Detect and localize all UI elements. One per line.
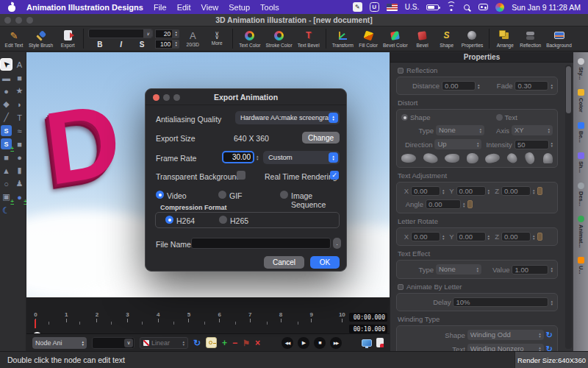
fill-color-button[interactable]: Fill Color [357, 30, 379, 48]
distort-type-select[interactable]: None▴ ▾ [436, 125, 484, 135]
z-field[interactable]: 0.00 [501, 232, 531, 241]
distort-preset-thumb[interactable] [422, 152, 438, 165]
background-button[interactable]: Background [545, 30, 573, 48]
stepper-icon[interactable]: ▴ ▾ [173, 40, 179, 49]
distort-text-radio[interactable] [496, 114, 503, 121]
frame-rate-preset-select[interactable]: Custom ▴ ▾ [263, 151, 340, 164]
value-field[interactable]: 1.00 [512, 265, 548, 275]
reflection-button[interactable]: Reflection [518, 30, 542, 48]
spline-tool[interactable]: S [1, 125, 12, 136]
canvas-3d-letter[interactable]: D [39, 79, 127, 210]
font-size-stepper[interactable]: 20 ▴ ▾ [155, 29, 179, 38]
keyframe-flag-button[interactable]: ⚑ [243, 339, 250, 347]
stepper-icon[interactable]: ▴ ▾ [442, 188, 445, 194]
spline-add-tool[interactable]: S+ [1, 138, 12, 149]
cancel-button[interactable]: Cancel [264, 256, 304, 269]
panel-scrollbar[interactable] [565, 65, 572, 349]
skip-forward-button[interactable]: ▶▶ [330, 337, 342, 349]
bevel-button[interactable]: Bevel [412, 30, 434, 48]
y-field[interactable]: 0.00 [456, 232, 486, 241]
tab-animation[interactable]: Animat... [578, 216, 584, 248]
cube-tool[interactable]: ■ [14, 138, 25, 149]
distort-preset-thumb[interactable] [467, 153, 478, 163]
node-type-select[interactable]: Node Ani ▴ ▾ [32, 337, 87, 349]
menu-view[interactable]: View [201, 3, 219, 12]
stepper-icon[interactable]: ▴ ▾ [533, 188, 535, 194]
curve-tool[interactable]: ≈ [14, 125, 25, 136]
sphere-tool[interactable]: ● [14, 152, 25, 163]
menu-tools[interactable]: Tools [260, 3, 279, 12]
distance-field[interactable]: 0.00 [442, 81, 476, 91]
stepper-icon[interactable]: ▴ ▾ [442, 234, 445, 240]
star-tool[interactable]: ★ [14, 85, 25, 96]
more-button[interactable]: ∨ ∨ More [206, 32, 228, 46]
interpolation-select[interactable]: Linear ▴ ▾ [140, 337, 188, 349]
font-family-select[interactable]: ∨ [88, 29, 153, 38]
image-sequence-radio[interactable] [280, 191, 288, 199]
dialog-close-button[interactable] [153, 94, 159, 101]
distort-preset-thumb[interactable] [401, 154, 416, 163]
text-t-tool[interactable]: T [14, 112, 25, 123]
intensity-field[interactable]: 50 [514, 140, 549, 149]
stepper-icon[interactable]: ▴ ▾ [533, 234, 535, 240]
app-badge-icon[interactable]: U [370, 2, 379, 12]
stepper-icon[interactable]: ▴ ▾ [488, 188, 490, 194]
distort-preset-thumb[interactable] [543, 153, 553, 163]
winding-shape-select[interactable]: Winding Odd▴ ▾ [467, 330, 544, 340]
font-scale-stepper[interactable]: 100 ▴ ▾ [155, 40, 179, 49]
quarter-shape-tool[interactable]: ◗ [14, 99, 25, 110]
notes-menubar-icon[interactable]: ✎ [353, 2, 362, 12]
style-brush-button[interactable]: Style Brush [27, 30, 54, 48]
scrollbar-thumb[interactable] [566, 66, 571, 113]
bold-button[interactable]: B [97, 40, 102, 49]
refresh-icon[interactable]: ↻ [546, 345, 553, 352]
z-field[interactable]: 0.00 [501, 186, 531, 196]
control-center-icon[interactable] [478, 4, 488, 10]
menubar-clock[interactable]: Sun Jan 9 11:28 AM [512, 3, 581, 12]
stepper-icon[interactable]: ▴ ▾ [257, 155, 259, 160]
line-tool[interactable]: ╱ [1, 112, 12, 123]
wifi-icon[interactable] [446, 4, 456, 11]
antialiasing-select[interactable]: Hardware AA:make screengrabs ▴ ▾ [235, 111, 340, 124]
video-radio[interactable] [156, 191, 164, 199]
delete-button[interactable]: × [255, 339, 260, 347]
link-button[interactable] [537, 233, 542, 241]
stepper-icon[interactable]: ▴ ▾ [463, 202, 465, 208]
apple-menu-icon[interactable] [7, 2, 16, 12]
play-button[interactable]: ▶ [298, 337, 309, 349]
pawn-tool[interactable]: ♟ [14, 178, 25, 189]
key-button[interactable] [206, 337, 217, 348]
rounded-rect-tool[interactable]: ▬ [1, 72, 12, 83]
ok-button[interactable]: OK [310, 256, 340, 269]
tab-color[interactable]: Color [578, 89, 584, 113]
bevel-color-button[interactable]: Bevel Color [381, 30, 409, 48]
tab-shadow[interactable]: Sh... [578, 152, 584, 173]
us-flag-icon[interactable] [387, 4, 398, 11]
refresh-icon[interactable]: ↻ [546, 331, 553, 339]
app-menu[interactable]: Animation Illustration Designs [26, 3, 143, 12]
pentagon-tool[interactable]: ◆ [1, 99, 12, 110]
winding-text-select[interactable]: Winding Nonzero▴ ▾ [467, 344, 544, 351]
x-field[interactable]: 0.00 [411, 232, 440, 241]
distort-preset-thumb[interactable] [484, 152, 501, 164]
rect-tool[interactable]: ■ [14, 72, 25, 83]
link-button[interactable] [537, 187, 542, 195]
select-tool[interactable]: ➤ [1, 59, 12, 70]
transparent-bg-checkbox[interactable] [237, 171, 245, 180]
font-size-value[interactable]: 20 [155, 29, 173, 38]
dialog-minimize-button[interactable] [163, 94, 170, 101]
menu-file[interactable]: File [154, 3, 167, 12]
text-color-button[interactable]: Text Color [237, 30, 262, 48]
link-button[interactable] [467, 200, 473, 208]
cone-tool[interactable]: ▲ [1, 165, 12, 176]
strike-button[interactable]: S [140, 40, 145, 49]
fade-field[interactable]: 0.30 [514, 81, 548, 91]
moon-tool[interactable]: ☾ [1, 205, 12, 216]
angle-field[interactable]: 0.00 [426, 199, 461, 209]
tab-utility[interactable]: U... [578, 257, 584, 275]
battery-icon[interactable] [426, 4, 439, 10]
stepper-icon[interactable]: ▴ ▾ [478, 83, 480, 89]
stepper-icon[interactable]: ▴ ▾ [173, 29, 179, 38]
menu-setup[interactable]: Setup [229, 3, 250, 12]
distort-preset-thumb[interactable] [445, 154, 459, 163]
